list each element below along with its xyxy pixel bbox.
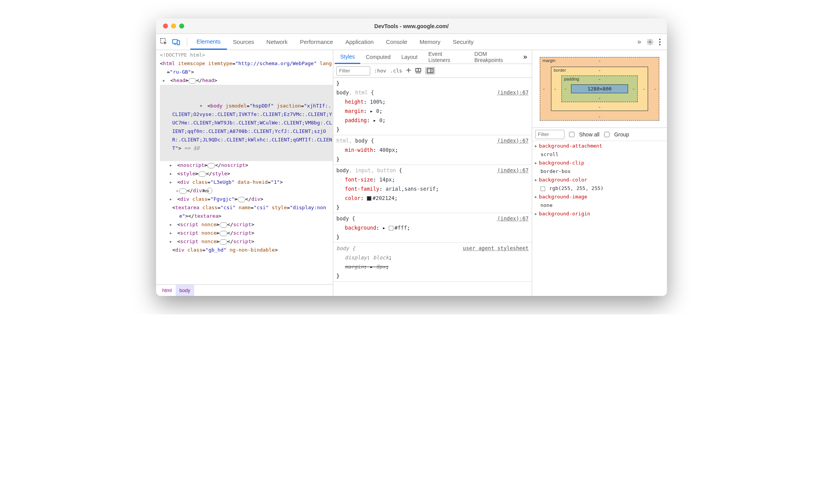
flexbox-editor-icon[interactable] [415, 67, 422, 74]
box-model-border[interactable]: border - - - - padding - - - - 1280×800 [551, 67, 648, 111]
close-icon[interactable] [163, 24, 168, 29]
dom-body[interactable]: ⋯ ▾<body jsmodel="hspDDf" jsaction="xjhT… [160, 85, 333, 161]
tab-application[interactable]: Application [339, 35, 380, 49]
dom-head[interactable]: ▸<head>⋯</head> [160, 76, 333, 85]
dom-node[interactable]: ▸<div class="L3eUgb" data-hveid="1">⋯</d… [160, 178, 333, 195]
settings-icon[interactable] [647, 39, 653, 45]
computed-sidebar-toggle-icon[interactable] [425, 67, 435, 74]
computed-property[interactable]: ▸background-origin [534, 210, 665, 227]
source-link[interactable]: (index):67 [497, 166, 529, 175]
source-link[interactable]: user agent stylesheet [463, 244, 529, 253]
divider [187, 38, 187, 46]
ellipsis-icon[interactable]: ⋯ [188, 78, 196, 84]
group-checkbox[interactable] [604, 132, 610, 137]
zoom-icon[interactable] [179, 24, 184, 29]
box-model-content[interactable]: 1280×800 [571, 84, 628, 93]
dom-node[interactable]: ▸<noscript>⋯</noscript> [160, 161, 333, 170]
box-model-padding[interactable]: padding - - - - 1280×800 [561, 76, 638, 102]
source-link[interactable]: (index):67 [497, 136, 529, 145]
dom-node[interactable]: ▸<script nonce>⋯</script> [160, 237, 333, 246]
styles-panel: Styles Computed Layout Event Listeners D… [333, 50, 532, 296]
computed-property[interactable]: ▸background-clip border-box [534, 159, 665, 176]
svg-rect-11 [427, 69, 433, 73]
titlebar: DevTools - www.google.com/ [156, 18, 667, 34]
tab-elements[interactable]: Elements [190, 34, 227, 50]
device-icon[interactable] [171, 37, 181, 47]
dom-html[interactable]: <html itemscope itemtype="http://schema.… [160, 59, 333, 76]
computed-property[interactable]: ▸background-image none [534, 193, 665, 210]
crumb-html[interactable]: html [158, 285, 176, 296]
computed-pane: margin - - - - border - - - - padding - [532, 50, 667, 296]
traffic-lights [163, 24, 184, 29]
overflow-icon[interactable]: » [520, 53, 530, 61]
tab-network[interactable]: Network [260, 35, 294, 49]
computed-toolbar: Show all Group [532, 128, 667, 141]
svg-rect-3 [177, 40, 180, 45]
dom-node[interactable]: ▸<script nonce>⋯</script> [160, 229, 333, 237]
dom-node[interactable]: <div class="gb_hd" ng-non-bindable> [160, 246, 333, 254]
dom-node[interactable]: ▸<div class="Fgvgjc">⋯</div> [160, 195, 333, 203]
svg-point-7 [659, 44, 660, 45]
inspect-icon[interactable] [159, 37, 168, 47]
sub-tabs: Styles Computed Layout Event Listeners D… [333, 50, 532, 64]
styles-toolbar: :hov .cls + [333, 64, 532, 78]
tab-security[interactable]: Security [447, 35, 480, 49]
style-rule[interactable]: body {(index):67background: ▸ #fff;} [333, 213, 532, 243]
crumb-body[interactable]: body [176, 285, 194, 296]
style-rule[interactable]: html, body {(index):67min-width: 400px;} [333, 135, 532, 165]
source-link[interactable]: (index):67 [497, 88, 529, 97]
computed-filter-input[interactable] [535, 130, 564, 139]
box-model[interactable]: margin - - - - border - - - - padding - [532, 50, 667, 128]
styles-filter-input[interactable] [336, 66, 370, 76]
svg-point-6 [659, 41, 660, 42]
svg-rect-1 [173, 39, 178, 43]
svg-point-5 [659, 39, 660, 40]
new-rule-icon[interactable]: + [406, 65, 411, 75]
breadcrumbs: html body [156, 284, 333, 296]
computed-property[interactable]: ▸background-attachment scroll [534, 142, 665, 159]
main-tab-list: Elements Sources Network Performance App… [190, 34, 637, 49]
cls-toggle[interactable]: .cls [390, 68, 402, 74]
dom-tree[interactable]: <!DOCTYPE html> <html itemscope itemtype… [156, 50, 333, 284]
show-all-label: Show all [579, 131, 600, 138]
dom-node[interactable]: ▸<script nonce>⋯</script> [160, 220, 333, 229]
kebab-icon[interactable] [659, 39, 661, 45]
window-title: DevTools - www.google.com/ [156, 23, 667, 29]
tab-sources[interactable]: Sources [227, 35, 260, 49]
source-link[interactable]: (index):67 [497, 214, 529, 223]
subtab-styles[interactable]: Styles [335, 50, 360, 64]
group-label: Group [614, 131, 629, 138]
tab-performance[interactable]: Performance [294, 35, 339, 49]
tab-memory[interactable]: Memory [413, 35, 447, 49]
subtab-computed[interactable]: Computed [360, 51, 396, 63]
show-all-checkbox[interactable] [569, 132, 574, 137]
dom-doctype[interactable]: <!DOCTYPE html> [160, 51, 333, 59]
style-rule[interactable]: body, input, button {(index):67font-size… [333, 165, 532, 213]
minimize-icon[interactable] [171, 24, 176, 29]
computed-list[interactable]: ▸background-attachment scroll▸background… [532, 141, 667, 296]
style-rule[interactable]: }body, html {(index):67height: 100%;marg… [333, 78, 532, 135]
computed-property[interactable]: ▸background-color rgb(255, 255, 255) [534, 176, 665, 193]
hov-toggle[interactable]: :hov [374, 68, 386, 74]
dom-node[interactable]: <textarea class="csi" name="csi" style="… [160, 203, 333, 220]
subtab-layout[interactable]: Layout [396, 51, 423, 63]
tab-console[interactable]: Console [380, 35, 413, 49]
box-model-margin[interactable]: margin - - - - border - - - - padding - [540, 57, 659, 121]
tabbar-right: » [637, 38, 664, 46]
main-tabbar: Elements Sources Network Performance App… [156, 34, 667, 50]
dom-node[interactable]: ▸<style>⋯</style> [160, 170, 333, 178]
overflow-icon[interactable]: » [637, 38, 641, 46]
style-rule[interactable]: body {user agent stylesheetdisplay: bloc… [333, 243, 532, 282]
content: <!DOCTYPE html> <html itemscope itemtype… [156, 50, 667, 296]
style-rules[interactable]: }body, html {(index):67height: 100%;marg… [333, 78, 532, 296]
svg-point-4 [649, 41, 651, 43]
devtools-window: DevTools - www.google.com/ Elements Sour… [156, 18, 667, 296]
elements-panel: <!DOCTYPE html> <html itemscope itemtype… [156, 50, 333, 296]
